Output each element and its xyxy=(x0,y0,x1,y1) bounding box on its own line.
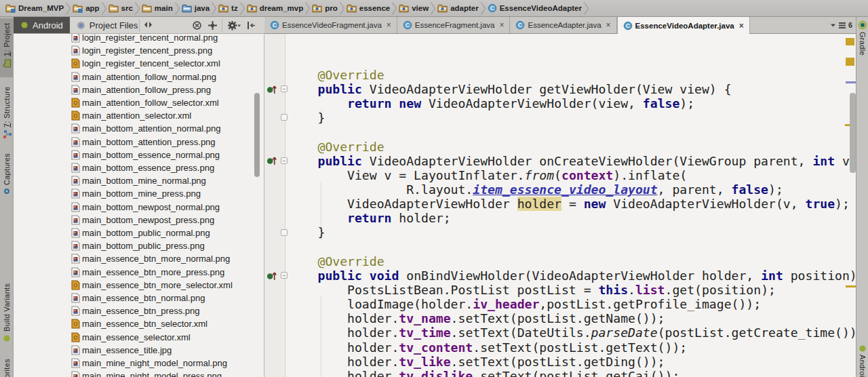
code-line: holder.tv_content.setText(postList.getTe… xyxy=(318,340,856,355)
tab-close-icon[interactable]: × xyxy=(387,20,391,30)
fold-end-icon[interactable] xyxy=(281,114,288,121)
breadcrumb-item[interactable]: CEssenceVideoAdapter xyxy=(488,3,582,13)
code-editor[interactable]: @Overridepublic VideoAdapterViewHolder g… xyxy=(264,34,856,377)
code-text[interactable]: @Overridepublic VideoAdapterViewHolder g… xyxy=(318,68,856,377)
error-stripe-mark-warning[interactable] xyxy=(846,38,854,45)
tree-row[interactable]: main_essence_btn_more_press.png xyxy=(14,266,264,279)
tree-row-filename: main_essence_btn_more_normal.png xyxy=(82,254,230,264)
tree-row[interactable]: main_bottom_newpost_normal.png xyxy=(14,201,264,214)
locate-button[interactable] xyxy=(208,21,217,30)
error-stripe-mark-warning-dash[interactable] xyxy=(846,285,856,287)
tool-button--structure[interactable]: 7: Structure xyxy=(0,84,14,141)
tree-row[interactable]: main_attention_selector.xml xyxy=(14,109,264,122)
tab-close-icon[interactable]: × xyxy=(739,21,744,31)
tree-row[interactable]: main_essence_title.jpg xyxy=(14,344,264,357)
package-icon xyxy=(437,4,448,13)
image-file-icon xyxy=(71,306,81,316)
code-token: @Override xyxy=(318,68,384,82)
hide-panel-button[interactable] xyxy=(247,21,256,30)
collapse-all-button[interactable] xyxy=(193,21,201,30)
breadcrumb-separator-icon xyxy=(135,2,140,15)
code-token: VideoAdapterViewHolder(v, xyxy=(606,197,805,211)
view-chip-project-files[interactable]: Project Files xyxy=(70,17,145,33)
tree-row[interactable]: login_register_tencent_selector.xml xyxy=(14,57,264,70)
tab-close-icon[interactable]: × xyxy=(606,20,611,30)
breadcrumb-item[interactable]: app xyxy=(73,4,99,13)
tree-row[interactable]: main_bottom_essence_normal.png xyxy=(14,148,264,161)
editor-scrollbar[interactable] xyxy=(850,93,856,173)
editor-tab-essencevideofragment-java[interactable]: CEssenceVideoFragment.java× xyxy=(264,17,397,33)
tree-row[interactable]: main_bottom_attention_normal.png xyxy=(14,122,264,135)
tree-row[interactable]: main_attention_follow_press.png xyxy=(14,83,264,96)
tab-close-icon[interactable]: × xyxy=(499,20,504,30)
fold-end-icon[interactable] xyxy=(281,229,288,236)
override-gutter-icon[interactable] xyxy=(266,271,278,281)
view-chip-android[interactable]: Android xyxy=(14,17,70,33)
error-stripe-mark-info[interactable] xyxy=(846,81,856,83)
tree-row[interactable]: login_register_tencent_press.png xyxy=(14,44,264,57)
code-token: holder. xyxy=(318,311,399,325)
override-gutter-icon[interactable] xyxy=(266,85,278,94)
code-token: this xyxy=(598,283,628,297)
tree-row[interactable]: main_essence_btn_more_normal.png xyxy=(14,252,264,265)
chevron-down-button[interactable] xyxy=(830,23,836,28)
tool-button-captures[interactable]: Captures xyxy=(0,153,14,197)
code-token: ).inflate( xyxy=(613,168,687,182)
fold-collapse-icon[interactable]: − xyxy=(281,85,288,92)
breadcrumb-item[interactable]: src xyxy=(108,4,133,13)
tree-row[interactable]: main_attention_follow_normal.png xyxy=(14,71,264,83)
error-stripe-mark-warning[interactable] xyxy=(846,58,854,66)
switch-view-button[interactable] xyxy=(144,21,153,28)
tool-button--project[interactable]: 1: Project xyxy=(0,18,14,77)
tree-row[interactable]: main_bottom_mine_press.png xyxy=(14,187,264,200)
breadcrumb-item[interactable]: tz xyxy=(218,4,238,13)
tree-row[interactable]: main_bottom_public_normal.png xyxy=(14,226,264,239)
tool-button-gradle[interactable]: Gradle xyxy=(856,19,868,68)
code-token: ); xyxy=(768,182,783,197)
tree-row[interactable]: main_bottom_newpost_press.png xyxy=(14,214,264,226)
editor-tab-essenceadapter-java[interactable]: CEssenceAdapter.java× xyxy=(510,17,616,33)
hidden-tabs-count[interactable]: 6 xyxy=(848,21,852,29)
breadcrumb-item[interactable]: adapter xyxy=(437,4,479,13)
breadcrumb-item[interactable]: view xyxy=(399,4,429,13)
breadcrumb-item[interactable]: pro xyxy=(312,4,338,13)
editor-tab-essencefragment-java[interactable]: CEssenceFragment.java× xyxy=(397,17,511,33)
breadcrumb-item[interactable]: main xyxy=(142,4,173,13)
breadcrumb-separator-icon xyxy=(66,2,71,15)
tree-row-filename: main_bottom_public_normal.png xyxy=(82,228,210,238)
tree-row[interactable]: main_essence_btn_selector.xml xyxy=(14,317,264,330)
tab-list-button[interactable] xyxy=(839,22,846,28)
override-gutter-icon[interactable] xyxy=(266,156,278,165)
locate-icon xyxy=(208,21,217,30)
breadcrumb-item[interactable]: java xyxy=(182,4,210,13)
editor-tab-essencevideoadapter-java[interactable]: CEssenceVideoAdapter.java× xyxy=(617,17,750,34)
xml-file-icon xyxy=(71,98,81,108)
gear-button[interactable] xyxy=(228,21,241,31)
breadcrumb-item[interactable]: essence xyxy=(347,4,390,13)
tree-row[interactable]: main_essence_selector.xml xyxy=(14,331,264,344)
breadcrumb-item[interactable]: Dream_MVP xyxy=(5,4,64,13)
tree-row[interactable]: main_bottom_public_press.png xyxy=(14,239,264,252)
tool-button-android[interactable]: Android xyxy=(856,343,868,377)
tree-row[interactable]: main_essence_btn_press.png xyxy=(14,304,264,317)
tree-row[interactable]: login_register_tencent_normal.png xyxy=(14,34,264,44)
tree-row[interactable]: main_attention_follow_selector.xml xyxy=(14,96,264,109)
tree-row[interactable]: main_essence_btn_more_selector.xml xyxy=(14,279,264,292)
tree-row-filename: main_bottom_attention_normal.png xyxy=(82,123,221,134)
fold-collapse-icon[interactable]: − xyxy=(281,157,288,164)
collapse-all-icon xyxy=(193,21,201,30)
tree-row[interactable]: main_bottom_essence_press.png xyxy=(14,161,264,174)
tool-button-build-variants[interactable]: Build Variants xyxy=(0,277,14,344)
tree-row[interactable]: main_mine_night_model_normal.png xyxy=(14,357,264,370)
breadcrumb-label: app xyxy=(85,4,99,12)
fold-collapse-icon[interactable]: − xyxy=(281,272,288,279)
ide-window: Dream_MVPappsrcmainjavatzdream_mvpproess… xyxy=(0,0,868,377)
tool-button-favorites[interactable]: Favorites xyxy=(0,358,14,377)
tree-row[interactable]: main_bottom_attention_press.png xyxy=(14,136,264,148)
tree-row[interactable]: main_bottom_mine_normal.png xyxy=(14,174,264,187)
breadcrumb-label: view xyxy=(412,4,429,12)
tree-scrollbar[interactable] xyxy=(254,93,260,177)
tree-row[interactable]: main_essence_btn_normal.png xyxy=(14,292,264,304)
tree-row[interactable]: main_mine_night_model_press.png xyxy=(14,370,264,377)
breadcrumb-item[interactable]: dream_mvp xyxy=(247,4,304,13)
